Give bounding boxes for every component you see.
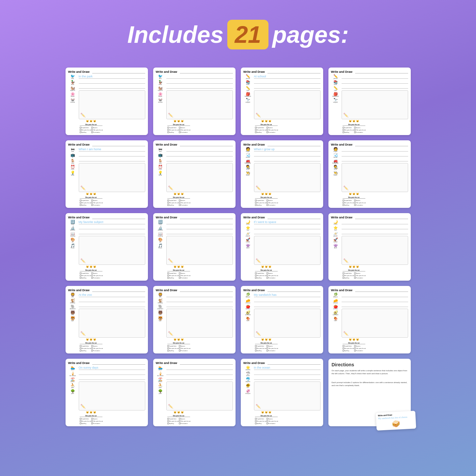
cats-3: 😺 😺 😺 — [255, 120, 278, 123]
card-2-writing: ✏️ 😺 😺 😺 She pets the cat Capital letter… — [166, 74, 233, 133]
directions-paragraph1: On each page, your students will write a… — [332, 369, 407, 375]
card-4-body: ✏️pencil 📚book 📏ruler 🎒backpack 🔭subject… — [331, 74, 408, 133]
icon-bird-2: 🐦bird — [156, 74, 165, 80]
card-1-checklist: 😺 😺 😺 She pets the cat Capital letter Sp… — [79, 120, 102, 133]
icon-book-3: 📚book — [243, 80, 253, 86]
card-2-header: Write and Draw — [156, 70, 233, 73]
card-3-line2 — [254, 84, 321, 89]
card-3-title: Write and Draw — [243, 70, 265, 73]
icon-mouse-2: 🐭mouse — [156, 98, 165, 103]
icon-squirrel-2: 🐿️squirrel — [156, 86, 165, 92]
card-1-line1 — [79, 79, 145, 84]
icon-backpack-3: 🎒backpack — [243, 92, 253, 98]
card-2-line0 — [166, 74, 233, 79]
card-2-checklist: 😺 😺 😺 She pets the cat Capital letter Sp… — [166, 120, 190, 133]
card-18: Write and Draw 🏊pool 🍦ice cream 🏖️beach … — [153, 359, 236, 426]
card-6: Write and Draw 🛏bed 📺tv 🪑sofa ⏰clock 💡la… — [153, 140, 236, 208]
icon-pencil-3: ✏️pencil — [243, 74, 253, 80]
pencil-icon-3: ✏️ — [256, 113, 261, 118]
card-4: Write and Draw ✏️pencil 📚book 📏ruler 🎒ba… — [328, 68, 411, 135]
card-9: Write and Draw 🔢math 🔬science 📖reading 🎨… — [66, 213, 148, 281]
card-4-title: Write and Draw — [331, 70, 352, 73]
header-number: 21 — [235, 21, 261, 48]
card-2: Write and Draw 🐦bird 🦆duck 🐿️squirrel 🌸f… — [153, 68, 236, 135]
card-2-name — [180, 70, 233, 73]
card-10: Write and Draw 🔢math 🔬science 📖reading 🎨… — [153, 213, 236, 281]
card-1-icons: 🐦bird 🦆duck 🐿️squirrel 🌸flower 🐭mouse — [68, 74, 77, 133]
card-1-prompt: In the park — [79, 74, 145, 79]
sample-worksheet: Write and Draw My sandwich has lots of c… — [376, 411, 416, 431]
card-2-line2 — [166, 84, 233, 89]
card-17: Write and Draw 🏊pool 🍦ice cream 🏖️beach … — [66, 359, 148, 426]
icon-ruler-3: 📏ruler — [243, 86, 253, 92]
card-3-line1 — [254, 79, 321, 84]
icon-duck-2: 🦆duck — [156, 80, 165, 86]
card-4-header: Write and Draw — [331, 70, 408, 73]
card-7: Write and Draw 🧑singer 🩺doctor 🚒firefigh… — [241, 140, 323, 208]
card-13: Write and Draw 🦁lion 🐒monkey 🐘elephant 🐻… — [66, 286, 148, 353]
cats-1: 😺 😺 😺 — [80, 120, 102, 123]
card-1-header: Write and Draw — [68, 70, 145, 73]
directions-paragraph2: Each prompt includes 2 options for diffe… — [332, 381, 407, 387]
card-19: Write and Draw ⭐starfish 🦈shark 🐬dolphin… — [241, 359, 323, 426]
icon-squirrel: 🐿️squirrel — [68, 86, 77, 92]
header-pages: pages: — [272, 21, 349, 48]
header-highlight-box: 21 — [227, 20, 268, 49]
directions-card: Directions On each page, your students w… — [328, 359, 411, 426]
card-2-draw-box: ✏️ — [166, 90, 233, 119]
card-4-icons: ✏️pencil 📚book 📏ruler 🎒backpack 🔭subject — [331, 74, 340, 133]
card-3-checklist: 😺 😺 😺 She pets the cat Capital letter Sp… — [254, 120, 278, 133]
card-5: Write and Draw 🛏bed 📺tv 🪑sofa ⏰clock 💡la… — [66, 140, 148, 208]
card-14: Write and Draw 🦁lion 🐒monkey 🐘elephant 🐻… — [153, 286, 236, 353]
card-1-title: Write and Draw — [68, 70, 90, 73]
icon-flower: 🌸flower — [68, 92, 77, 98]
icon-sub-3: 🔭subject — [243, 98, 253, 103]
card-3-icons: ✏️pencil 📚book 📏ruler 🎒backpack 🔭subject — [243, 74, 253, 133]
card-3-name — [267, 70, 321, 73]
directions-title: Directions — [332, 362, 407, 367]
card-8: Write and Draw 🧑singer 🩺doctor 🚒firefigh… — [328, 140, 411, 208]
card-3-body: ✏️pencil 📚book 📏ruler 🎒backpack 🔭subject… — [243, 74, 321, 133]
card-4-name — [355, 70, 408, 73]
cats-2: 😺 😺 😺 — [167, 120, 190, 123]
card-1-body: 🐦bird 🦆duck 🐿️squirrel 🌸flower 🐭mouse In… — [68, 74, 145, 133]
icon-mouse: 🐭mouse — [68, 98, 77, 103]
checker-header-2: She pets the cat — [167, 124, 190, 126]
icon-flower-2: 🌸flower — [156, 92, 165, 98]
checker-header-1: She pets the cat — [80, 124, 102, 126]
card-2-line1 — [166, 79, 233, 84]
card-16: Write and Draw 🥬lettuce 🧀cheese 🍅tomato … — [328, 286, 411, 353]
card-2-title: Write and Draw — [156, 70, 177, 73]
checklist-row-1: Capital letter Spaces — [80, 127, 102, 128]
sample-sandwich-icon: 🥪 — [378, 419, 414, 429]
pencil-icon-2: ✏️ — [168, 113, 173, 118]
card-1-name — [92, 70, 145, 73]
card-12: Write and Draw 🌙moon ⭐star 🪐planet 🚀rock… — [328, 213, 411, 281]
card-1: Write and Draw 🐦bird 🦆duck 🐿️squirrel 🌸f… — [66, 68, 148, 135]
header-includes: Includes — [127, 21, 223, 48]
page-header: Includes 21 pages: — [127, 20, 349, 49]
card-3-writing: At school ✏️ 😺 😺 😺 She pets the cat Capi… — [254, 74, 321, 133]
icon-duck: 🦆duck — [68, 80, 77, 86]
checklist-row-2: She pets the cat She pets the cat — [80, 129, 102, 131]
worksheet-grid: Write and Draw 🐦bird 🦆duck 🐿️squirrel 🌸f… — [66, 68, 411, 426]
card-11: Write and Draw 🌙moon ⭐star 🪐planet 🚀rock… — [241, 213, 323, 281]
card-1-line2 — [79, 84, 145, 89]
card-2-icons: 🐦bird 🦆duck 🐿️squirrel 🌸flower 🐭mouse — [156, 74, 165, 133]
card-3-draw-box: ✏️ — [254, 90, 321, 119]
card-4-draw-box: ✏️ — [342, 90, 408, 119]
card-3: Write and Draw ✏️pencil 📚book 📏ruler 🎒ba… — [241, 68, 323, 135]
card-3-prompt: At school — [254, 74, 321, 79]
card-3-header: Write and Draw — [243, 70, 321, 73]
card-1-writing: In the park ✏️ 😺 😺 😺 She pets the cat Ca… — [79, 74, 145, 133]
pencil-icon-1: ✏️ — [80, 113, 86, 118]
card-15: Write and Draw 🥬lettuce 🧀cheese 🍅tomato … — [241, 286, 323, 353]
checklist-row-3: Spelling Punctuation — [80, 131, 102, 133]
card-2-body: 🐦bird 🦆duck 🐿️squirrel 🌸flower 🐭mouse ✏️… — [156, 74, 233, 133]
icon-bird: 🐦bird — [68, 74, 77, 80]
card-4-writing: ✏️ 😺 😺 😺 She pets the cat Capital letter… — [342, 74, 408, 133]
card-1-draw-box: ✏️ — [79, 90, 145, 119]
